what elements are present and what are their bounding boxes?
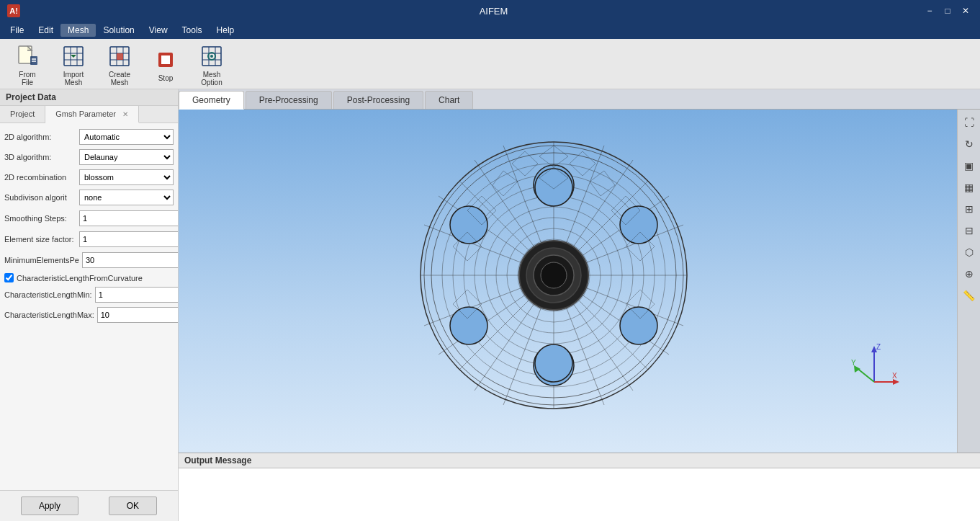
svg-rect-15: [117, 53, 123, 60]
right-area: Geometry Pre-Processing Post-Processing …: [179, 89, 980, 521]
tab-chart[interactable]: Chart: [425, 91, 473, 109]
from-file-label: FromFile: [19, 71, 35, 86]
char-length-max-input[interactable]: [97, 307, 178, 323]
project-data-header: Project Data: [0, 89, 178, 106]
left-tab-gmsh[interactable]: Gmsh Parameter ✕: [45, 106, 139, 123]
stop-label: Stop: [158, 74, 174, 82]
top-view-icon[interactable]: ⊞: [959, 199, 979, 219]
menu-view[interactable]: View: [142, 24, 175, 37]
view-tabs: Geometry Pre-Processing Post-Processing …: [179, 89, 980, 110]
algorithm2d-row: 2D algorithm: Automatic MeshAdapt Delaun…: [4, 129, 174, 145]
ruler-icon[interactable]: 📏: [959, 285, 979, 306]
left-tabs-row: Project Gmsh Parameter ✕: [0, 106, 178, 123]
menu-tools[interactable]: Tools: [175, 24, 210, 37]
svg-point-56: [620, 307, 657, 344]
svg-point-57: [535, 344, 572, 382]
char-length-curvature-label: CharacteristicLengthFromCurvature: [17, 274, 143, 282]
subdivision-select[interactable]: none all quadrangles all hexahedra: [79, 190, 174, 205]
menubar: File Edit Mesh Solution View Tools Help: [0, 22, 980, 39]
side-view-icon[interactable]: ⊟: [959, 221, 979, 241]
char-length-curvature-checkbox[interactable]: [4, 273, 14, 282]
tab-post-processing[interactable]: Post-Processing: [333, 91, 423, 109]
right-sidebar: ⛶ ↻ ▣ ▦ ⊞ ⊟ ⬡ ⊕ 📏: [957, 110, 980, 453]
ok-button[interactable]: OK: [109, 496, 157, 515]
toolbar: FromFile ImportMesh: [0, 39, 980, 89]
svg-point-24: [210, 55, 213, 58]
create-mesh-icon: [107, 43, 132, 69]
titlebar: A! AIFEM − □ ✕: [0, 0, 980, 22]
element-size-input[interactable]: [79, 231, 178, 247]
char-length-max-label: CharacteristicLengthMax:: [4, 311, 94, 319]
svg-point-58: [450, 307, 487, 344]
menu-help[interactable]: Help: [210, 24, 242, 37]
left-panel: Project Data Project Gmsh Parameter ✕ 2D…: [0, 89, 179, 521]
svg-point-63: [541, 262, 567, 288]
min-elements-spinner: ▲ ▼: [82, 251, 178, 269]
front-view-icon[interactable]: ▣: [959, 156, 979, 176]
close-button[interactable]: ✕: [958, 4, 973, 18]
recombination2d-select[interactable]: blossom none simple: [79, 169, 174, 185]
import-mesh-label: ImportMesh: [63, 71, 84, 86]
svg-rect-1: [30, 56, 37, 65]
algorithm2d-select[interactable]: Automatic MeshAdapt Delaunay Frontal-Del…: [79, 129, 174, 145]
smoothing-input[interactable]: [79, 210, 178, 226]
min-elements-input[interactable]: [82, 252, 178, 268]
import-mesh-icon: [60, 43, 86, 69]
app-title: AIFEM: [65, 6, 922, 17]
stop-button[interactable]: Stop: [144, 42, 187, 86]
output-panel: Output Message: [179, 453, 980, 521]
menu-solution[interactable]: Solution: [96, 24, 141, 37]
mesh-option-button[interactable]: MeshOption: [190, 42, 233, 86]
apply-button[interactable]: Apply: [21, 496, 78, 515]
back-view-icon[interactable]: ▦: [959, 177, 979, 197]
coordinate-axes: Z X Y: [849, 342, 899, 395]
svg-text:Z: Z: [876, 343, 881, 351]
char-length-curvature-row: CharacteristicLengthFromCurvature: [4, 273, 174, 282]
svg-marker-68: [893, 379, 899, 385]
minimize-button[interactable]: −: [922, 4, 937, 18]
rotate-icon[interactable]: ↻: [959, 134, 979, 154]
recombination2d-label: 2D recombination: [4, 173, 76, 182]
gmsh-tab-close[interactable]: ✕: [122, 110, 128, 118]
output-header: Output Message: [179, 453, 980, 468]
mesh-option-icon: [199, 43, 225, 69]
create-mesh-button[interactable]: CreateMesh: [98, 42, 141, 86]
svg-text:Y: Y: [851, 359, 856, 367]
min-elements-label: MinimumElementsPe: [4, 256, 79, 264]
char-length-min-row: CharacteristicLengthMin:: [4, 287, 174, 303]
import-mesh-button[interactable]: ImportMesh: [52, 42, 95, 86]
subdivision-label: Subdivison algorit: [4, 193, 76, 202]
smoothing-label: Smoothing Steps:: [4, 214, 76, 223]
char-length-max-row: CharacteristicLengthMax:: [4, 307, 174, 323]
min-elements-row: MinimumElementsPe ▲ ▼: [4, 251, 174, 269]
isometric-view-icon[interactable]: ⬡: [959, 242, 979, 262]
svg-rect-17: [161, 55, 170, 64]
fit-all-icon[interactable]: ⛶: [959, 112, 979, 133]
maximize-button[interactable]: □: [940, 4, 955, 18]
mesh-visualization: [410, 131, 698, 419]
mesh-option-label: MeshOption: [201, 71, 222, 86]
algorithm3d-label: 3D algorithm:: [4, 153, 76, 161]
stop-icon: [153, 47, 179, 73]
from-file-icon: [14, 43, 40, 69]
svg-point-54: [535, 169, 572, 206]
left-tab-project[interactable]: Project: [0, 106, 45, 123]
svg-marker-9: [71, 55, 76, 58]
menu-edit[interactable]: Edit: [31, 24, 60, 37]
tab-pre-processing[interactable]: Pre-Processing: [246, 91, 332, 109]
element-size-row: Element size factor:: [4, 231, 174, 247]
params-form: 2D algorithm: Automatic MeshAdapt Delaun…: [0, 123, 178, 490]
algorithm2d-label: 2D algorithm:: [4, 133, 76, 141]
viewport: Z X Y: [179, 110, 957, 453]
char-length-min-input[interactable]: [95, 287, 178, 303]
menu-file[interactable]: File: [3, 24, 31, 37]
from-file-button[interactable]: FromFile: [6, 42, 49, 86]
smoothing-spinner: ▲ ▼: [79, 210, 178, 227]
tab-geometry[interactable]: Geometry: [179, 91, 244, 110]
recombination2d-row: 2D recombination blossom none simple: [4, 169, 174, 185]
menu-mesh[interactable]: Mesh: [60, 24, 96, 37]
zoom-fit-icon[interactable]: ⊕: [959, 264, 979, 284]
app-icon: A!: [7, 4, 20, 17]
algorithm3d-select[interactable]: Delaunay Frontal HXT: [79, 149, 174, 165]
output-content[interactable]: [179, 468, 980, 519]
